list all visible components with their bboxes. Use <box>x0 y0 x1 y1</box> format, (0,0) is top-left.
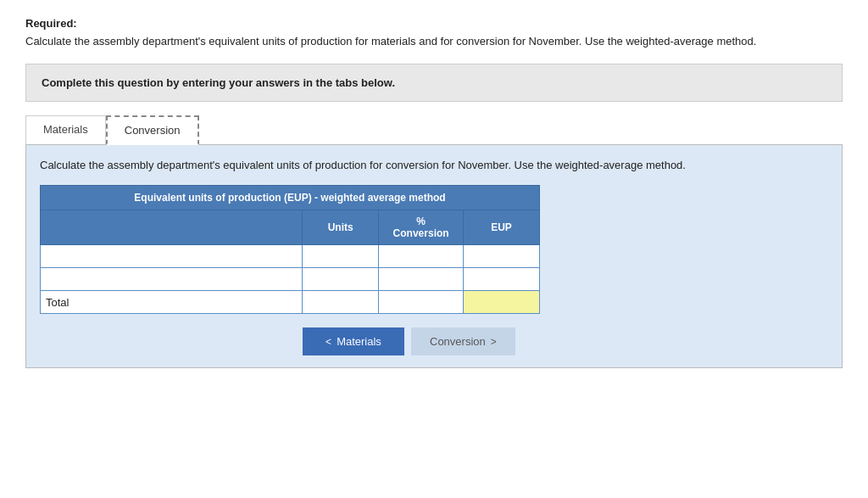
total-label: Total <box>41 291 303 314</box>
tab-conversion-label: Conversion <box>125 124 181 137</box>
tab-conversion[interactable]: Conversion <box>106 115 199 145</box>
col-units-header: Units <box>303 210 379 245</box>
nav-buttons: < Materials Conversion > <box>303 327 828 355</box>
back-icon: < <box>326 336 331 348</box>
row2-eup-input[interactable] <box>469 271 534 287</box>
back-label: Materials <box>337 335 381 348</box>
row1-units-cell <box>303 245 379 268</box>
tab-materials[interactable]: Materials <box>25 115 106 144</box>
row2-units-input[interactable] <box>308 271 373 287</box>
total-eup-input[interactable] <box>469 294 534 310</box>
table-title: Equivalent units of production (EUP) - w… <box>41 186 540 210</box>
row1-eup-input[interactable] <box>469 249 534 264</box>
forward-icon: > <box>491 336 497 348</box>
total-pct-cell <box>379 291 464 314</box>
row2-label <box>41 268 303 291</box>
instruction-text: Complete this question by entering your … <box>42 76 395 89</box>
col-label-header <box>41 210 303 245</box>
row1-pct-input[interactable] <box>384 249 458 264</box>
row2-pct-input[interactable] <box>384 271 458 287</box>
eup-table: Equivalent units of production (EUP) - w… <box>40 185 540 314</box>
total-units-cell <box>303 291 379 314</box>
col-pct-header: % Conversion <box>379 210 464 245</box>
table-wrapper: Equivalent units of production (EUP) - w… <box>40 185 828 314</box>
total-eup-cell <box>464 291 540 314</box>
forward-conversion-button[interactable]: Conversion > <box>411 327 515 355</box>
row1-label <box>41 245 303 268</box>
tab-materials-label: Materials <box>43 123 88 136</box>
back-materials-button[interactable]: < Materials <box>303 327 404 355</box>
forward-label: Conversion <box>430 335 486 348</box>
required-text: Calculate the assembly department's equi… <box>25 33 843 50</box>
required-section: Required: Calculate the assembly departm… <box>25 17 843 50</box>
row2-pct-cell <box>379 268 464 291</box>
row1-units-input[interactable] <box>308 249 373 264</box>
required-label: Required: <box>25 17 843 30</box>
instruction-box: Complete this question by entering your … <box>25 64 843 102</box>
total-row: Total <box>41 291 540 314</box>
row1-pct-cell <box>379 245 464 268</box>
table-row <box>41 245 540 268</box>
content-area: Calculate the assembly department's equi… <box>25 145 843 369</box>
content-description: Calculate the assembly department's equi… <box>40 157 828 174</box>
row2-eup-cell <box>464 268 540 291</box>
col-eup-header: EUP <box>464 210 540 245</box>
table-row <box>41 268 540 291</box>
row2-units-cell <box>303 268 379 291</box>
row1-eup-cell <box>464 245 540 268</box>
tabs-container: Materials Conversion <box>25 115 843 145</box>
total-units-input[interactable] <box>308 294 373 310</box>
